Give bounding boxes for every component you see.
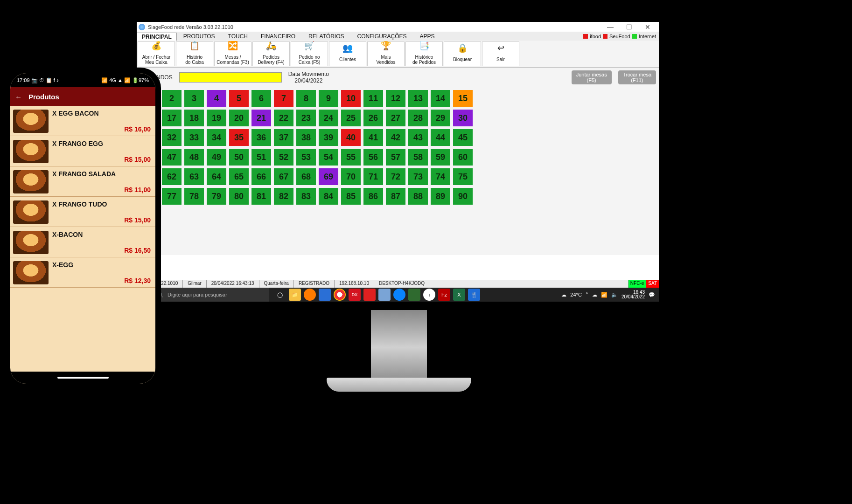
table-70[interactable]: 70 [341, 168, 361, 185]
table-79[interactable]: 79 [207, 188, 226, 205]
taskbar-clock[interactable]: 16:43 20/04/2022 [622, 290, 645, 299]
table-22[interactable]: 22 [274, 110, 293, 126]
table-83[interactable]: 83 [296, 188, 316, 205]
info-icon[interactable]: i [423, 289, 435, 301]
menu-config[interactable]: CONFIGURAÇÕES [351, 33, 413, 40]
table-71[interactable]: 71 [363, 168, 383, 185]
table-4[interactable]: 4 [207, 90, 226, 107]
table-88[interactable]: 88 [408, 188, 428, 205]
table-32[interactable]: 32 [162, 129, 182, 146]
product-item[interactable]: X FRANGO SALADAR$ 11,00 [10, 166, 155, 197]
table-49[interactable]: 49 [207, 149, 226, 166]
table-37[interactable]: 37 [274, 129, 293, 146]
app-icon-dx[interactable]: DX [349, 289, 361, 301]
table-39[interactable]: 39 [319, 129, 338, 146]
product-item[interactable]: X EGG BACONR$ 16,00 [10, 106, 155, 136]
trocar-mesa-button[interactable]: Trocar mesa(F11) [618, 70, 656, 84]
weather-icon[interactable]: ☁ [561, 292, 566, 298]
table-33[interactable]: 33 [184, 129, 204, 146]
table-35[interactable]: 35 [229, 129, 249, 146]
notifications-icon[interactable]: 💬 [649, 292, 655, 298]
file-explorer-icon[interactable]: 📁 [289, 289, 301, 301]
toolbar-pedido-caixa[interactable]: 🛒Pedido noCaixa (F5) [291, 41, 328, 66]
table-90[interactable]: 90 [453, 188, 473, 205]
table-75[interactable]: 75 [453, 168, 473, 185]
menu-apps[interactable]: APPS [413, 33, 441, 40]
product-item[interactable]: X-EGGR$ 12,30 [10, 257, 155, 288]
table-17[interactable]: 17 [162, 110, 182, 126]
table-11[interactable]: 11 [363, 90, 383, 107]
table-86[interactable]: 86 [363, 188, 383, 205]
table-43[interactable]: 43 [408, 129, 428, 146]
toolbar-mesas[interactable]: 🔀Mesas /Comandas (F3) [214, 41, 251, 66]
menu-produtos[interactable]: PRODUTOS [177, 33, 222, 40]
table-60[interactable]: 60 [453, 149, 473, 166]
window-min-button[interactable]: — [601, 23, 620, 31]
product-item[interactable]: X FRANGO TUDOR$ 15,00 [10, 197, 155, 227]
table-57[interactable]: 57 [386, 149, 405, 166]
table-41[interactable]: 41 [363, 129, 383, 146]
table-84[interactable]: 84 [319, 188, 338, 205]
table-52[interactable]: 52 [274, 149, 293, 166]
table-3[interactable]: 3 [184, 90, 204, 107]
product-item[interactable]: X FRANGO EGGR$ 15,00 [10, 136, 155, 166]
window-close-button[interactable]: ✕ [638, 23, 657, 31]
table-77[interactable]: 77 [162, 188, 182, 205]
product-item[interactable]: X-BACONR$ 16,50 [10, 227, 155, 257]
excel-icon[interactable]: X [453, 289, 465, 301]
taskbar-search[interactable]: 🔍 Digite aqui para pesquisar [153, 288, 269, 302]
table-58[interactable]: 58 [408, 149, 428, 166]
table-29[interactable]: 29 [431, 110, 450, 126]
menu-touch[interactable]: TOUCH [222, 33, 254, 40]
app-icon-3[interactable] [378, 289, 391, 301]
table-89[interactable]: 89 [431, 188, 450, 205]
table-69[interactable]: 69 [319, 168, 338, 185]
table-62[interactable]: 62 [162, 168, 182, 185]
table-82[interactable]: 82 [274, 188, 293, 205]
product-list[interactable]: X EGG BACONR$ 16,00X FRANGO EGGR$ 15,00X… [10, 106, 155, 372]
table-34[interactable]: 34 [207, 129, 226, 146]
table-26[interactable]: 26 [363, 110, 383, 126]
table-45[interactable]: 45 [453, 129, 473, 146]
table-13[interactable]: 13 [408, 90, 428, 107]
table-64[interactable]: 64 [207, 168, 226, 185]
menu-relatorios[interactable]: RELATÓRIOS [302, 33, 350, 40]
tray-chevron-icon[interactable]: ˄ [586, 292, 588, 298]
table-6[interactable]: 6 [251, 90, 271, 107]
table-55[interactable]: 55 [341, 149, 361, 166]
table-68[interactable]: 68 [296, 168, 316, 185]
toolbar-delivery[interactable]: 🛵PedidosDelivery (F4) [252, 41, 290, 66]
table-40[interactable]: 40 [341, 129, 361, 146]
table-50[interactable]: 50 [229, 149, 249, 166]
teamviewer-icon[interactable] [393, 289, 405, 301]
table-48[interactable]: 48 [184, 149, 204, 166]
app-icon-1[interactable] [319, 289, 331, 301]
table-10[interactable]: 10 [341, 90, 361, 107]
table-5[interactable]: 5 [229, 90, 249, 107]
chrome-icon[interactable] [334, 289, 346, 301]
table-47[interactable]: 47 [162, 149, 182, 166]
table-18[interactable]: 18 [184, 110, 204, 126]
table-74[interactable]: 74 [431, 168, 450, 185]
toolbar-hist-pedidos[interactable]: 📑Históricode Pedidos [405, 41, 443, 66]
table-53[interactable]: 53 [296, 149, 316, 166]
siagefood-taskbar-icon[interactable]: 🍴 [468, 289, 480, 301]
table-28[interactable]: 28 [408, 110, 428, 126]
table-42[interactable]: 42 [386, 129, 405, 146]
table-9[interactable]: 9 [319, 90, 338, 107]
table-25[interactable]: 25 [341, 110, 361, 126]
table-54[interactable]: 54 [319, 149, 338, 166]
toolbar-historico-caixa[interactable]: 📋Históriodo Caixa [176, 41, 213, 66]
table-21[interactable]: 21 [251, 110, 271, 126]
app-icon-4[interactable] [408, 289, 420, 301]
firefox-icon[interactable] [304, 289, 316, 301]
table-20[interactable]: 20 [229, 110, 249, 126]
table-85[interactable]: 85 [341, 188, 361, 205]
table-67[interactable]: 67 [274, 168, 293, 185]
table-2[interactable]: 2 [162, 90, 182, 107]
menu-financeiro[interactable]: FINANCEIRO [254, 33, 302, 40]
table-65[interactable]: 65 [229, 168, 249, 185]
toolbar-mais-vendidos[interactable]: 🏆MaisVendidos [367, 41, 405, 66]
table-7[interactable]: 7 [274, 90, 293, 107]
table-80[interactable]: 80 [229, 188, 249, 205]
